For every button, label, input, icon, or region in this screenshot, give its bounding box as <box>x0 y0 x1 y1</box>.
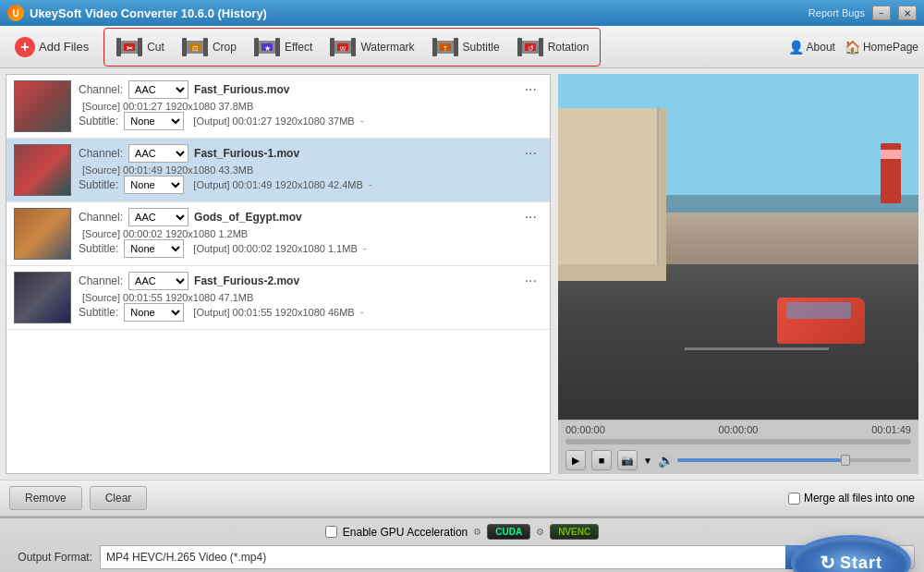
merge-option: Merge all files into one <box>788 492 915 505</box>
file-header-row: Channel: AAC Fast_Furious-2.mov ··· <box>79 272 542 290</box>
gpu-checkbox[interactable] <box>325 526 337 538</box>
subtitle-label: Subtitle <box>463 41 500 54</box>
file-thumbnail <box>14 272 71 323</box>
edit-tools-group: ✂ Cut ⊡ Crop <box>103 28 601 67</box>
subtitle-select[interactable]: None <box>124 303 184 322</box>
file-item[interactable]: Channel: AAC Fast_Furious-2.mov ··· [Sou… <box>6 266 550 330</box>
svg-rect-20 <box>432 38 437 56</box>
start-label: Start <box>840 554 882 573</box>
video-screen <box>558 74 918 420</box>
add-files-button[interactable]: + Add Files <box>6 30 98 64</box>
file-options[interactable]: ··· <box>519 81 542 98</box>
channel-label: Channel: <box>79 274 123 287</box>
volume-icon: 🔊 <box>658 453 674 468</box>
svg-rect-5 <box>182 38 187 56</box>
minimize-button[interactable]: − <box>872 6 891 20</box>
format-label: Output Format: <box>9 551 92 564</box>
start-icon: ↻ <box>820 552 836 572</box>
svg-rect-12 <box>275 38 280 56</box>
svg-text:★: ★ <box>263 44 270 53</box>
subtitle-select[interactable]: None <box>124 176 184 194</box>
toolbar: + Add Files ✂ Cut <box>0 26 924 68</box>
svg-rect-0 <box>116 38 121 56</box>
volume-thumb[interactable] <box>841 455 850 466</box>
volume-track[interactable] <box>677 458 911 462</box>
file-header-row: Channel: AAC Fast_Furious-1.mov ··· <box>79 144 542 163</box>
file-info: Channel: AAC Gods_of_Egypt.mov ··· [Sour… <box>79 208 542 260</box>
file-output-meta: [Output] 00:01:49 1920x1080 42.4MB <box>189 179 362 190</box>
file-output-meta: [Output] 00:00:02 1920x1080 1.1MB <box>189 243 357 254</box>
file-options[interactable]: ··· <box>519 145 542 162</box>
close-button[interactable]: ✕ <box>898 6 917 20</box>
cut-button[interactable]: ✂ Cut <box>108 30 172 64</box>
format-value: MP4 HEVC/H.265 Video (*.mp4) <box>101 551 785 564</box>
channel-select[interactable]: AAC <box>128 144 188 163</box>
file-options[interactable]: ··· <box>519 209 542 225</box>
crop-icon: ⊡ <box>181 35 209 59</box>
crop-label: Crop <box>213 41 237 54</box>
time-start: 00:00:00 <box>565 424 605 435</box>
add-files-label: Add Files <box>39 40 89 54</box>
gpu-icon-nvidia: ⚙ <box>473 527 481 537</box>
about-link[interactable]: 👤 About <box>788 40 835 55</box>
file-thumbnail <box>14 144 71 196</box>
file-source-meta: [Source] 00:01:27 1920x1080 37.8MB <box>79 101 542 112</box>
time-end: 00:01:49 <box>871 424 911 435</box>
channel-select[interactable]: AAC <box>128 80 188 99</box>
window-controls: Report Bugs − ✕ <box>808 6 917 20</box>
app-title: UkeySoft Video Converter 10.6.0 (History… <box>30 6 808 20</box>
watermark-label: Watermark <box>360 41 414 54</box>
rotation-icon: ↺ <box>517 35 544 59</box>
title-bar: U UkeySoft Video Converter 10.6.0 (Histo… <box>0 0 924 26</box>
merge-label: Merge all files into one <box>804 492 915 505</box>
report-bugs-link[interactable]: Report Bugs <box>808 7 865 18</box>
app-logo: U <box>7 5 24 21</box>
screenshot-button[interactable]: 📷 <box>617 450 638 470</box>
svg-text:⊡: ⊡ <box>191 44 198 53</box>
file-item[interactable]: Channel: AAC Gods_of_Egypt.mov ··· [Sour… <box>6 202 550 266</box>
cut-label: Cut <box>147 41 164 54</box>
file-item[interactable]: Channel: AAC Fast_Furious-1.mov ··· [Sou… <box>6 139 550 202</box>
channel-select[interactable]: AAC <box>128 272 188 290</box>
homepage-link[interactable]: 🏠 HomePage <box>845 40 918 55</box>
subtitle-select[interactable]: None <box>124 112 184 130</box>
channel-label: Channel: <box>79 83 123 96</box>
stop-button[interactable]: ■ <box>591 450 612 470</box>
playback-controls: ▶ ■ 📷 ▼ 🔊 <box>565 450 911 470</box>
progress-bar[interactable] <box>565 439 911 444</box>
file-dash: - <box>360 115 364 128</box>
file-item[interactable]: Channel: AAC Fast_Furious.mov ··· [Sourc… <box>6 75 550 139</box>
file-header-row: Channel: AAC Fast_Furious.mov ··· <box>79 80 542 99</box>
watermark-button[interactable]: W Watermark <box>322 30 421 64</box>
file-info: Channel: AAC Fast_Furious-2.mov ··· [Sou… <box>79 272 542 323</box>
crop-button[interactable]: ⊡ Crop <box>174 30 244 64</box>
bottom-panel-wrap: Enable GPU Acceleration ⚙ CUDA ⚙ NVENC O… <box>0 517 924 572</box>
channel-select[interactable]: AAC <box>128 208 188 226</box>
clear-button[interactable]: Clear <box>90 486 148 510</box>
subtitle-row: Subtitle: None [Output] 00:01:49 1920x10… <box>79 176 542 194</box>
screenshot-dropdown[interactable]: ▼ <box>643 456 652 466</box>
svg-rect-25 <box>517 38 522 56</box>
format-select[interactable]: MP4 HEVC/H.265 Video (*.mp4) ▲ <box>100 545 807 569</box>
time-current: 00:00:00 <box>719 424 759 435</box>
file-output-meta: [Output] 00:01:27 1920x1080 37MB <box>189 116 354 127</box>
rotation-button[interactable]: ↺ Rotation <box>509 30 597 64</box>
file-list[interactable]: Channel: AAC Fast_Furious.mov ··· [Sourc… <box>6 74 551 474</box>
svg-rect-17 <box>351 38 356 56</box>
file-options[interactable]: ··· <box>519 273 542 289</box>
play-button[interactable]: ▶ <box>565 450 586 470</box>
effect-button[interactable]: ★ Effect <box>246 30 320 64</box>
subtitle-button[interactable]: T Subtitle <box>424 30 507 64</box>
subtitle-row: Subtitle: None [Output] 00:01:27 1920x10… <box>79 112 542 130</box>
volume-fill <box>677 458 841 462</box>
video-preview: 00:00:00 00:00:00 00:01:49 ▶ ■ 📷 ▼ 🔊 <box>558 74 918 474</box>
svg-text:T: T <box>443 45 447 52</box>
file-dash: - <box>369 178 372 191</box>
remove-button[interactable]: Remove <box>9 486 82 510</box>
subtitle-label-text: Subtitle: <box>79 115 118 128</box>
merge-checkbox[interactable] <box>788 493 800 505</box>
file-name: Fast_Furious-2.mov <box>194 274 514 287</box>
svg-text:↺: ↺ <box>527 44 533 53</box>
subtitle-select[interactable]: None <box>124 239 184 258</box>
file-name: Fast_Furious.mov <box>194 83 514 96</box>
